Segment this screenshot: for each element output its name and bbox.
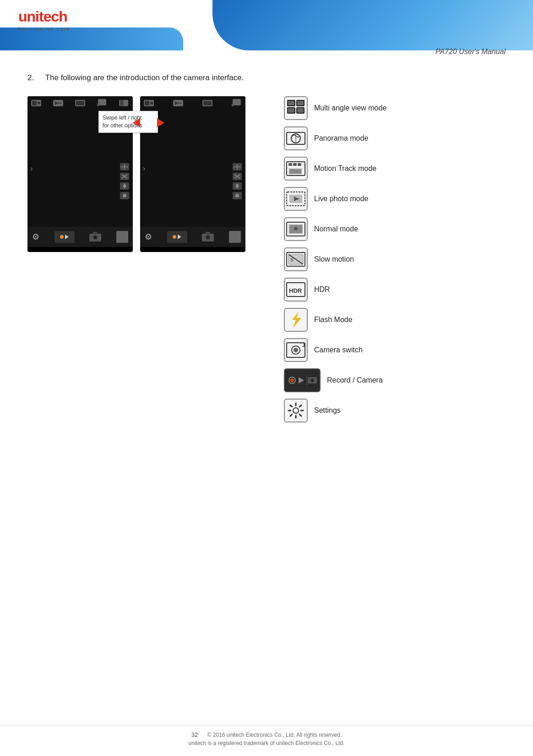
icon-box-flash [284,308,308,332]
svg-line-88 [290,405,292,407]
motion-track-icon [286,160,306,177]
svg-rect-20 [93,232,98,234]
camera-switch-icon [286,340,306,360]
phone1-right-icon2 [120,173,129,180]
intro-text: The following are the introduction of th… [45,73,244,82]
panorama-label: Panorama mode [314,134,368,142]
svg-rect-5 [76,101,84,105]
header-title: PA720 User's Manual [435,48,506,56]
panorama-icon [286,130,306,147]
svg-marker-71 [292,312,301,328]
hdr-icon: HDR [286,281,306,298]
svg-rect-1 [32,101,37,105]
settings-label: Settings [314,406,341,415]
icon-row-slow-motion: S Slow motion [284,247,506,271]
logo-area: unitech because we care [18,8,70,32]
record-cam-icon [286,373,319,387]
icon-box-panorama [284,126,308,150]
svg-rect-26 [203,101,212,105]
settings-icon [287,401,305,420]
svg-rect-44 [288,101,294,105]
icon-row-normal: Normal mode [284,217,506,241]
copyright-text: © 2016 unitech Electronics Co., Ltd. All… [207,732,342,738]
phone-top-bar-1 [27,96,133,110]
svg-point-74 [294,348,298,352]
icon-box-hdr: HDR [284,278,308,301]
phone1-gear-icon: ⚙ [32,232,39,242]
svg-rect-39 [206,232,210,234]
icon-row-flash: Flash Mode [284,308,506,332]
phone1-record-btn [54,231,75,243]
svg-rect-7 [97,104,99,106]
icon-row-record-cam: Record / Camera [284,368,506,392]
phone-2-bottom: ⚙ [140,227,245,247]
icon-box-slow-motion: S [284,247,308,271]
icon-row-hdr: HDR HDR [284,278,506,301]
section-number: 2. [27,73,34,82]
header: unitech because we care PA720 User's Man… [0,0,533,60]
footer: 32 © 2016 unitech Electronics Co., Ltd. … [0,725,533,747]
phone2-gear-icon: ⚙ [145,232,152,242]
svg-line-91 [290,414,292,416]
logo-accent: uni [18,8,39,25]
phone2-thumb [229,231,241,243]
svg-rect-63 [294,227,298,230]
icon-box-multi-angle [284,96,308,120]
svg-point-35 [235,194,239,197]
svg-rect-56 [289,169,301,174]
cam-switch-label: Camera switch [314,346,363,354]
slow-motion-label: Slow motion [314,255,354,263]
phone1-thumb [116,231,128,243]
svg-rect-22 [145,101,149,105]
top-icon-2 [53,99,63,107]
icon-box-live-photo [284,187,308,211]
svg-point-83 [293,408,299,413]
phone2-record-btn [167,231,187,243]
top-icon-4 [97,99,107,107]
icon-row-live-photo: Live photo mode [284,187,506,211]
top-icon-1 [31,99,41,107]
normal-mode-label: Normal mode [314,225,358,233]
flash-label: Flash Mode [314,316,353,324]
icon-row-panorama: Panorama mode [284,126,506,150]
swipe-arrow-left-icon [133,118,140,127]
svg-rect-6 [98,99,106,105]
camera-section: › [27,96,506,422]
svg-point-16 [123,194,126,197]
svg-rect-46 [288,108,294,113]
normal-mode-icon [286,220,306,238]
multi-angle-icon [287,99,305,117]
phone1-camera-icon [89,232,101,242]
phone1-right-icon1 [120,163,129,170]
svg-text:S: S [290,257,294,263]
phone-1-arrow: › [30,164,33,173]
svg-rect-52 [288,163,292,166]
svg-rect-2 [38,102,40,104]
svg-rect-9 [120,100,124,106]
icon-row-multi-angle: Multi angle view mode [284,96,506,120]
swipe-tooltip: Swipe left / right for other options [98,111,158,133]
trademark-text: unitech is a registered trademark of uni… [189,740,345,746]
main-content: 2. The following are the introduction of… [0,60,533,441]
intro-paragraph: 2. The following are the introduction of… [27,73,506,82]
top-icon-3 [75,99,85,107]
logo-tagline: because we care [18,26,70,32]
svg-rect-27 [233,99,241,105]
svg-point-19 [94,236,97,239]
svg-point-82 [311,379,314,382]
svg-rect-47 [297,108,304,113]
icon-row-settings: Settings [284,399,506,422]
phones-row: › [27,96,266,252]
svg-point-77 [290,378,294,382]
page-number: 32 [191,731,198,738]
svg-rect-23 [150,102,153,104]
phones-area: › [27,96,266,252]
icon-box-normal [284,217,308,241]
icon-box-record-cam [284,368,321,392]
icon-row-cam-switch: Camera switch [284,338,506,362]
icon-box-settings [284,399,308,422]
phone2-right-icon2 [233,173,242,180]
svg-text:HDR: HDR [289,287,302,294]
icons-list: Multi angle view mode Panorama mode [284,96,506,422]
motion-track-label: Motion Track mode [314,164,376,173]
